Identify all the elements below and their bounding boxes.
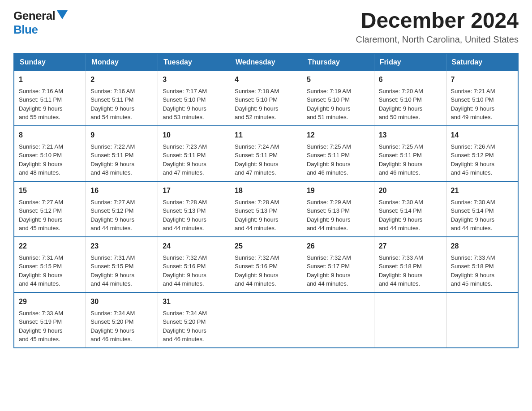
day-info: Sunrise: 7:18 AMSunset: 5:10 PMDaylight:…: [235, 88, 279, 121]
logo-triangle-icon: [57, 10, 68, 19]
day-number: 11: [235, 130, 297, 141]
day-info: Sunrise: 7:32 AMSunset: 5:16 PMDaylight:…: [163, 254, 207, 287]
day-number: 18: [235, 185, 297, 196]
title-area: December 2024 Claremont, North Carolina,…: [356, 9, 519, 45]
calendar-cell: 6 Sunrise: 7:20 AMSunset: 5:10 PMDayligh…: [374, 71, 446, 126]
day-info: Sunrise: 7:28 AMSunset: 5:13 PMDaylight:…: [235, 199, 279, 232]
day-info: Sunrise: 7:32 AMSunset: 5:17 PMDaylight:…: [307, 254, 351, 287]
day-number: 19: [307, 185, 369, 196]
day-info: Sunrise: 7:20 AMSunset: 5:10 PMDaylight:…: [379, 88, 423, 121]
day-number: 7: [451, 74, 513, 85]
page-header: General Blue December 2024 Claremont, No…: [13, 9, 519, 45]
weekday-header-thursday: Thursday: [302, 53, 374, 71]
calendar-cell: 8 Sunrise: 7:21 AMSunset: 5:10 PMDayligh…: [14, 126, 86, 181]
weekday-header-saturday: Saturday: [446, 53, 518, 71]
calendar-cell: 24 Sunrise: 7:32 AMSunset: 5:16 PMDaylig…: [158, 237, 230, 292]
calendar-cell: 28 Sunrise: 7:33 AMSunset: 5:18 PMDaylig…: [446, 237, 518, 292]
day-number: 28: [451, 241, 513, 252]
day-number: 8: [19, 130, 81, 141]
day-info: Sunrise: 7:17 AMSunset: 5:10 PMDaylight:…: [163, 88, 207, 121]
day-info: Sunrise: 7:21 AMSunset: 5:10 PMDaylight:…: [19, 143, 63, 176]
day-number: 29: [19, 296, 81, 307]
day-info: Sunrise: 7:26 AMSunset: 5:12 PMDaylight:…: [451, 143, 495, 176]
calendar-week-row: 15 Sunrise: 7:27 AMSunset: 5:12 PMDaylig…: [14, 181, 518, 237]
day-number: 1: [19, 74, 81, 85]
day-info: Sunrise: 7:30 AMSunset: 5:14 PMDaylight:…: [451, 199, 495, 232]
calendar-cell: 4 Sunrise: 7:18 AMSunset: 5:10 PMDayligh…: [230, 71, 302, 126]
day-info: Sunrise: 7:34 AMSunset: 5:20 PMDaylight:…: [90, 310, 135, 343]
day-number: 15: [19, 185, 81, 196]
calendar-week-row: 29 Sunrise: 7:33 AMSunset: 5:19 PMDaylig…: [14, 292, 518, 348]
day-info: Sunrise: 7:22 AMSunset: 5:11 PMDaylight:…: [90, 143, 135, 176]
day-number: 12: [307, 130, 369, 141]
day-info: Sunrise: 7:25 AMSunset: 5:11 PMDaylight:…: [379, 143, 423, 176]
day-info: Sunrise: 7:25 AMSunset: 5:11 PMDaylight:…: [307, 143, 351, 176]
day-number: 23: [90, 241, 153, 252]
day-number: 30: [90, 296, 153, 307]
weekday-header-tuesday: Tuesday: [158, 53, 230, 71]
day-number: 4: [235, 74, 297, 85]
day-info: Sunrise: 7:23 AMSunset: 5:11 PMDaylight:…: [163, 143, 207, 176]
calendar-cell: 7 Sunrise: 7:21 AMSunset: 5:10 PMDayligh…: [446, 71, 518, 126]
day-info: Sunrise: 7:21 AMSunset: 5:10 PMDaylight:…: [451, 88, 495, 121]
day-info: Sunrise: 7:33 AMSunset: 5:18 PMDaylight:…: [379, 254, 423, 287]
calendar-cell: 29 Sunrise: 7:33 AMSunset: 5:19 PMDaylig…: [14, 292, 86, 348]
day-info: Sunrise: 7:19 AMSunset: 5:10 PMDaylight:…: [307, 88, 351, 121]
day-number: 22: [19, 241, 81, 252]
day-number: 3: [163, 74, 225, 85]
weekday-header-monday: Monday: [86, 53, 158, 71]
day-number: 16: [90, 185, 153, 196]
calendar-cell: 14 Sunrise: 7:26 AMSunset: 5:12 PMDaylig…: [446, 126, 518, 181]
day-info: Sunrise: 7:28 AMSunset: 5:13 PMDaylight:…: [163, 199, 207, 232]
calendar-cell: 19 Sunrise: 7:29 AMSunset: 5:13 PMDaylig…: [302, 181, 374, 237]
calendar-cell: 16 Sunrise: 7:27 AMSunset: 5:12 PMDaylig…: [86, 181, 158, 237]
page-title: December 2024: [356, 9, 519, 33]
calendar-cell: 20 Sunrise: 7:30 AMSunset: 5:14 PMDaylig…: [374, 181, 446, 237]
logo-text-general: General: [13, 9, 55, 23]
weekday-header-wednesday: Wednesday: [230, 53, 302, 71]
calendar-cell: 5 Sunrise: 7:19 AMSunset: 5:10 PMDayligh…: [302, 71, 374, 126]
calendar-cell: 10 Sunrise: 7:23 AMSunset: 5:11 PMDaylig…: [158, 126, 230, 181]
day-number: 31: [163, 296, 225, 307]
day-number: 24: [163, 241, 225, 252]
day-number: 25: [235, 241, 297, 252]
calendar-cell: 11 Sunrise: 7:24 AMSunset: 5:11 PMDaylig…: [230, 126, 302, 181]
calendar-cell: [446, 292, 518, 348]
calendar-cell: 22 Sunrise: 7:31 AMSunset: 5:15 PMDaylig…: [14, 237, 86, 292]
day-info: Sunrise: 7:16 AMSunset: 5:11 PMDaylight:…: [19, 88, 63, 121]
day-info: Sunrise: 7:27 AMSunset: 5:12 PMDaylight:…: [90, 199, 135, 232]
day-info: Sunrise: 7:16 AMSunset: 5:11 PMDaylight:…: [90, 88, 135, 121]
day-number: 21: [451, 185, 513, 196]
calendar-cell: 12 Sunrise: 7:25 AMSunset: 5:11 PMDaylig…: [302, 126, 374, 181]
calendar-cell: 21 Sunrise: 7:30 AMSunset: 5:14 PMDaylig…: [446, 181, 518, 237]
weekday-header-sunday: Sunday: [14, 53, 86, 71]
calendar-cell: 15 Sunrise: 7:27 AMSunset: 5:12 PMDaylig…: [14, 181, 86, 237]
day-info: Sunrise: 7:32 AMSunset: 5:16 PMDaylight:…: [235, 254, 279, 287]
day-number: 6: [379, 74, 442, 85]
calendar-cell: 23 Sunrise: 7:31 AMSunset: 5:15 PMDaylig…: [86, 237, 158, 292]
calendar-cell: 3 Sunrise: 7:17 AMSunset: 5:10 PMDayligh…: [158, 71, 230, 126]
weekday-header-row: SundayMondayTuesdayWednesdayThursdayFrid…: [14, 53, 518, 71]
calendar-week-row: 1 Sunrise: 7:16 AMSunset: 5:11 PMDayligh…: [14, 71, 518, 126]
calendar-table: SundayMondayTuesdayWednesdayThursdayFrid…: [13, 53, 519, 348]
day-info: Sunrise: 7:29 AMSunset: 5:13 PMDaylight:…: [307, 199, 351, 232]
day-info: Sunrise: 7:34 AMSunset: 5:20 PMDaylight:…: [163, 310, 207, 343]
day-number: 27: [379, 241, 442, 252]
logo: General Blue: [13, 9, 68, 37]
day-number: 9: [90, 130, 153, 141]
calendar-week-row: 8 Sunrise: 7:21 AMSunset: 5:10 PMDayligh…: [14, 126, 518, 181]
calendar-cell: 17 Sunrise: 7:28 AMSunset: 5:13 PMDaylig…: [158, 181, 230, 237]
day-info: Sunrise: 7:27 AMSunset: 5:12 PMDaylight:…: [19, 199, 63, 232]
day-info: Sunrise: 7:33 AMSunset: 5:19 PMDaylight:…: [19, 310, 63, 343]
calendar-cell: 9 Sunrise: 7:22 AMSunset: 5:11 PMDayligh…: [86, 126, 158, 181]
day-info: Sunrise: 7:30 AMSunset: 5:14 PMDaylight:…: [379, 199, 423, 232]
day-number: 2: [90, 74, 153, 85]
calendar-cell: [230, 292, 302, 348]
day-info: Sunrise: 7:24 AMSunset: 5:11 PMDaylight:…: [235, 143, 279, 176]
weekday-header-friday: Friday: [374, 53, 446, 71]
calendar-cell: 27 Sunrise: 7:33 AMSunset: 5:18 PMDaylig…: [374, 237, 446, 292]
calendar-cell: 1 Sunrise: 7:16 AMSunset: 5:11 PMDayligh…: [14, 71, 86, 126]
day-number: 20: [379, 185, 442, 196]
day-number: 13: [379, 130, 442, 141]
day-info: Sunrise: 7:31 AMSunset: 5:15 PMDaylight:…: [19, 254, 63, 287]
